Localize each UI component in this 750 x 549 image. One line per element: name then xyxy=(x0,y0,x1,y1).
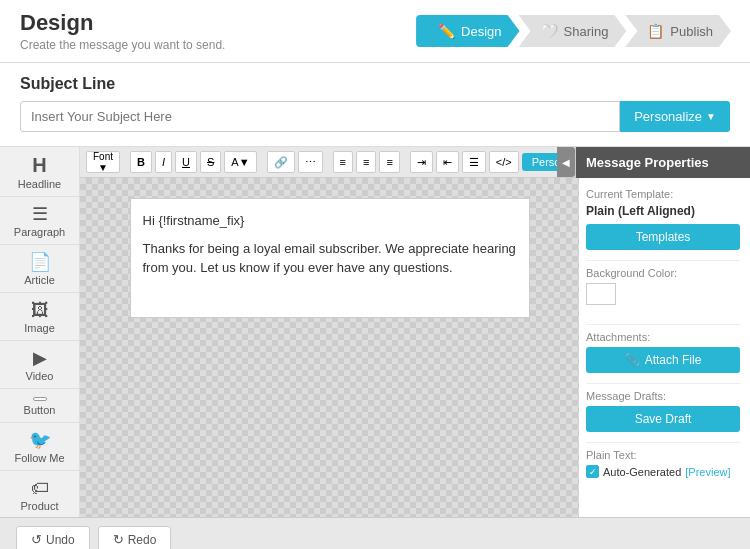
video-label: Video xyxy=(26,370,54,382)
toolbar-underline[interactable]: U xyxy=(175,151,197,173)
panel-collapse-button[interactable]: ◀ xyxy=(557,147,575,177)
panel-header: Message Properties xyxy=(576,147,750,178)
sidebar-item-button[interactable]: Button xyxy=(0,389,79,423)
toolbar-more[interactable]: ⋯ xyxy=(298,151,323,173)
toolbar-list[interactable]: ☰ xyxy=(462,151,486,173)
save-draft-button[interactable]: Save Draft xyxy=(586,406,740,432)
toolbar-font-color[interactable]: A▼ xyxy=(224,151,256,173)
personalize-subject-label: Personalize xyxy=(634,109,702,124)
redo-icon: ↻ xyxy=(113,532,124,547)
attach-file-label: Attach File xyxy=(645,353,702,367)
toolbar-strikethrough[interactable]: S xyxy=(200,151,221,173)
auto-generated-checkbox[interactable]: ✓ xyxy=(586,465,599,478)
headline-icon: H xyxy=(32,155,46,175)
message-drafts-label: Message Drafts: xyxy=(586,390,740,402)
undo-button[interactable]: ↺ Undo xyxy=(16,526,90,549)
step-design[interactable]: ✏️ Design xyxy=(416,15,519,47)
sidebar-item-article[interactable]: 📄 Article xyxy=(0,245,79,293)
divider-1 xyxy=(586,260,740,261)
current-template-label: Current Template: xyxy=(586,188,740,200)
image-icon: 🖼 xyxy=(31,301,49,319)
step-sharing[interactable]: 🤍 Sharing xyxy=(519,15,627,47)
header-row: Design Create the message you want to se… xyxy=(0,0,750,63)
sidebar-item-paragraph[interactable]: ☰ Paragraph xyxy=(0,197,79,245)
page-title: Design xyxy=(20,10,225,36)
toolbar-outdent[interactable]: ⇤ xyxy=(436,151,459,173)
divider-3 xyxy=(586,383,740,384)
article-icon: 📄 xyxy=(29,253,51,271)
background-color-label: Background Color: xyxy=(586,267,740,279)
strikethrough-label: S xyxy=(207,156,214,168)
personalize-arrow-icon: ▼ xyxy=(706,111,716,122)
button-label: Button xyxy=(24,404,56,416)
main-area: H Headline ☰ Paragraph 📄 Article 🖼 Image… xyxy=(0,147,750,517)
toolbar-code[interactable]: </> xyxy=(489,151,519,173)
paragraph-label: Paragraph xyxy=(14,226,65,238)
templates-button[interactable]: Templates xyxy=(586,224,740,250)
design-step-icon: ✏️ xyxy=(438,23,455,39)
right-panel-wrapper: ◀ Message Properties Current Template: P… xyxy=(579,147,750,517)
templates-btn-label: Templates xyxy=(636,230,691,244)
sharing-step-icon: 🤍 xyxy=(541,23,558,39)
right-panel: Message Properties Current Template: Pla… xyxy=(575,147,750,517)
step-sharing-label: Sharing xyxy=(564,24,609,39)
undo-label: Undo xyxy=(46,533,75,547)
article-label: Article xyxy=(24,274,55,286)
step-publish[interactable]: 📋 Publish xyxy=(625,15,731,47)
subject-input-row: Personalize ▼ xyxy=(20,101,730,132)
save-draft-label: Save Draft xyxy=(635,412,692,426)
panel-title: Message Properties xyxy=(586,155,709,170)
toolbar-bold[interactable]: B xyxy=(130,151,152,173)
divider-2 xyxy=(586,324,740,325)
toolbar-link[interactable]: 🔗 xyxy=(267,151,295,173)
toolbar-font-size[interactable]: Font ▼ xyxy=(86,151,120,173)
email-line-1: Hi {!firstname_fix} xyxy=(143,211,517,231)
page-header-text: Design Create the message you want to se… xyxy=(20,10,225,52)
collapse-arrow-icon: ◀ xyxy=(562,157,570,168)
subject-label: Subject Line xyxy=(20,75,730,93)
email-canvas[interactable]: Hi {!firstname_fix} Thanks for being a l… xyxy=(130,198,530,318)
canvas-wrapper: Font ▼ B I U S A▼ 🔗 ⋯ ≡ ≡ ≡ ⇥ ⇤ ☰ </> Pe… xyxy=(80,147,579,517)
undo-icon: ↺ xyxy=(31,532,42,547)
email-line-2: Thanks for being a loyal email subscribe… xyxy=(143,239,517,278)
follow-me-icon: 🐦 xyxy=(29,431,51,449)
step-publish-label: Publish xyxy=(670,24,713,39)
left-sidebar: H Headline ☰ Paragraph 📄 Article 🖼 Image… xyxy=(0,147,80,517)
redo-button[interactable]: ↻ Redo xyxy=(98,526,172,549)
publish-step-icon: 📋 xyxy=(647,23,664,39)
preview-link[interactable]: [Preview] xyxy=(685,466,730,478)
subject-personalize-button[interactable]: Personalize ▼ xyxy=(620,101,730,132)
toolbar-align-left[interactable]: ≡ xyxy=(333,151,353,173)
bottom-bar: ↺ Undo ↻ Redo xyxy=(0,517,750,549)
subject-input[interactable] xyxy=(20,101,620,132)
product-icon: 🏷 xyxy=(31,479,49,497)
panel-body: Current Template: Plain (Left Aligned) T… xyxy=(576,178,750,517)
step-design-label: Design xyxy=(461,24,501,39)
current-template-value: Plain (Left Aligned) xyxy=(586,204,740,218)
sidebar-item-headline[interactable]: H Headline xyxy=(0,147,79,197)
sidebar-item-product[interactable]: 🏷 Product xyxy=(0,471,79,517)
redo-label: Redo xyxy=(128,533,157,547)
page-subtitle: Create the message you want to send. xyxy=(20,38,225,52)
sidebar-item-image[interactable]: 🖼 Image xyxy=(0,293,79,341)
attach-file-button[interactable]: 📎 Attach File xyxy=(586,347,740,373)
editor-toolbar: Font ▼ B I U S A▼ 🔗 ⋯ ≡ ≡ ≡ ⇥ ⇤ ☰ </> Pe… xyxy=(80,147,579,178)
follow-me-label: Follow Me xyxy=(14,452,64,464)
toolbar-align-right[interactable]: ≡ xyxy=(379,151,399,173)
button-icon xyxy=(33,397,47,401)
sidebar-item-video[interactable]: ▶ Video xyxy=(0,341,79,389)
auto-generated-label: Auto-Generated xyxy=(603,466,681,478)
background-color-picker[interactable] xyxy=(586,283,616,305)
product-label: Product xyxy=(21,500,59,512)
toolbar-align-center[interactable]: ≡ xyxy=(356,151,376,173)
image-label: Image xyxy=(24,322,55,334)
toolbar-italic[interactable]: I xyxy=(155,151,172,173)
attachments-label: Attachments: xyxy=(586,331,740,343)
plain-text-row: ✓ Auto-Generated [Preview] xyxy=(586,465,740,478)
toolbar-indent[interactable]: ⇥ xyxy=(410,151,433,173)
video-icon: ▶ xyxy=(33,349,47,367)
email-canvas-area[interactable]: Hi {!firstname_fix} Thanks for being a l… xyxy=(80,178,579,517)
steps-navigation: ✏️ Design 🤍 Sharing 📋 Publish xyxy=(416,15,730,47)
sidebar-item-follow-me[interactable]: 🐦 Follow Me xyxy=(0,423,79,471)
paragraph-icon: ☰ xyxy=(32,205,48,223)
